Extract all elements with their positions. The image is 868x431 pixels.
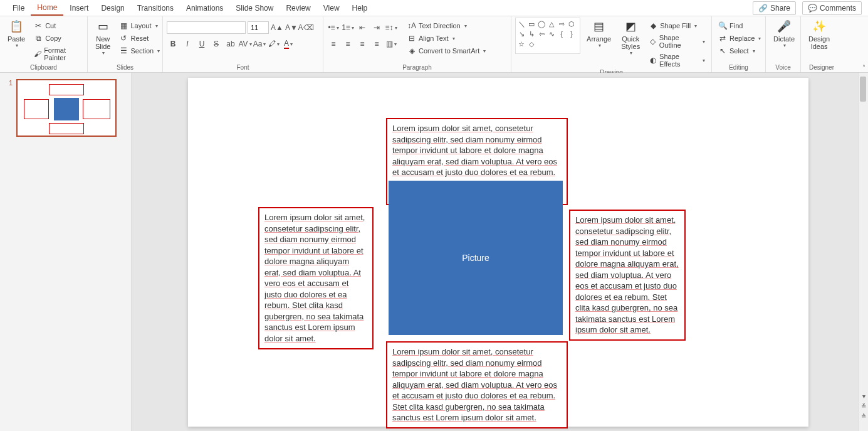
thumbnail-1[interactable]: 1 [9, 79, 122, 137]
bold-button[interactable]: B [167, 38, 179, 50]
tab-file[interactable]: File [6, 1, 31, 15]
cut-button[interactable]: ✂Cut [31, 20, 83, 31]
collapse-ribbon-button[interactable]: ˄ [862, 64, 865, 71]
tab-transitions[interactable]: Transitions [131, 1, 180, 15]
tab-help[interactable]: Help [346, 1, 374, 15]
group-clipboard: 📋 Paste ✂Cut ⧉Copy 🖌Format Painter Clipb… [0, 16, 88, 72]
shape-triangle-icon[interactable]: △ [547, 19, 556, 28]
shape-callout-icon[interactable]: ◇ [527, 40, 536, 48]
textbox-right[interactable]: Lorem ipsum dolor sit amet, consetetur s… [569, 210, 686, 341]
share-icon: 🔗 [758, 4, 768, 13]
change-case-button[interactable]: Aa [253, 38, 266, 50]
tab-design[interactable]: Design [95, 1, 130, 15]
ribbon: 📋 Paste ✂Cut ⧉Copy 🖌Format Painter Clipb… [0, 16, 868, 73]
shape-conn-icon[interactable]: ↳ [527, 29, 536, 38]
scroll-thumb[interactable] [860, 77, 866, 102]
replace-icon: ⇄ [718, 34, 727, 43]
shape-effects-button[interactable]: ◐Shape Effects [646, 51, 708, 69]
font-size-input[interactable] [248, 21, 269, 34]
quick-styles-button[interactable]: ◩ Quick Styles [617, 18, 644, 57]
text-direction-icon: ↕A [407, 21, 416, 30]
textbox-bottom-text: Lorem ipsum dolor sit amet, consetetur s… [392, 347, 557, 422]
align-center-button[interactable]: ≡ [342, 38, 354, 50]
font-color-button[interactable]: A [282, 38, 295, 50]
increase-indent-button[interactable]: ⇥ [370, 21, 383, 34]
italic-button[interactable]: I [181, 38, 194, 50]
picture-placeholder[interactable]: Picture [389, 181, 563, 335]
copy-button[interactable]: ⧉Copy [31, 33, 83, 44]
shape-star-icon[interactable]: ☆ [517, 40, 526, 48]
shape-curve-icon[interactable]: ∿ [547, 29, 556, 38]
shape-arrow3-icon[interactable]: ⇦ [537, 29, 546, 38]
tab-insert[interactable]: Insert [63, 1, 95, 15]
dictate-button[interactable]: 🎤 Dictate [770, 18, 798, 50]
line-spacing-button[interactable]: ≡↕ [385, 21, 397, 34]
shape-oval-icon[interactable]: ◯ [537, 19, 546, 28]
quick-styles-icon: ◩ [623, 19, 638, 34]
decrease-font-button[interactable]: A▼ [285, 21, 298, 34]
shape-fill-button[interactable]: ◆Shape Fill [646, 20, 708, 31]
replace-button[interactable]: ⇄Replace [716, 33, 763, 44]
numbering-button[interactable]: 1≡ [342, 21, 354, 34]
share-button[interactable]: 🔗 Share [753, 1, 796, 15]
arrange-icon: ▤ [592, 19, 607, 34]
slide-editor[interactable]: Lorem ipsum dolor sit amet, consetetur s… [132, 73, 858, 431]
font-name-input[interactable] [167, 21, 246, 34]
clear-formatting-button[interactable]: A⌫ [300, 21, 312, 34]
next-slide-button[interactable]: ≙ [859, 411, 868, 421]
slide-canvas[interactable]: Lorem ipsum dolor sit amet, consetetur s… [188, 78, 808, 427]
convert-smartart-button[interactable]: ◈Convert to SmartArt [405, 45, 488, 56]
section-button[interactable]: ☰Section [117, 45, 162, 56]
smartart-icon: ◈ [407, 46, 416, 55]
shape-rect-icon[interactable]: ▭ [527, 19, 536, 28]
align-left-button[interactable]: ≡ [327, 38, 340, 50]
new-slide-button[interactable]: ▭ New Slide [92, 18, 114, 57]
shadow-button[interactable]: ab [224, 38, 237, 50]
find-button[interactable]: 🔍Find [716, 20, 763, 31]
shapes-gallery[interactable]: ＼ ▭ ◯ △ ⇨ ⬡ ↘ ↳ ⇦ ∿ { } ☆ ◇ [515, 18, 580, 54]
vertical-scrollbar[interactable]: ▴ ▾ ≚ ≙ [858, 73, 868, 431]
layout-button[interactable]: ▦Layout [117, 20, 162, 31]
arrange-button[interactable]: ▤ Arrange [583, 18, 615, 50]
decrease-indent-button[interactable]: ⇤ [356, 21, 369, 34]
select-button[interactable]: ↖Select [716, 45, 763, 56]
paste-button[interactable]: 📋 Paste [4, 18, 29, 50]
increase-font-button[interactable]: A▲ [271, 21, 283, 34]
tab-view[interactable]: View [317, 1, 346, 15]
comment-icon: 💬 [808, 4, 817, 13]
comments-button[interactable]: 💬 Comments [802, 1, 862, 15]
shape-arrow-icon[interactable]: ⇨ [557, 19, 566, 28]
align-right-button[interactable]: ≡ [356, 38, 369, 50]
scroll-down-button[interactable]: ▾ [859, 391, 868, 401]
textbox-bottom[interactable]: Lorem ipsum dolor sit amet, consetetur s… [386, 341, 568, 428]
reset-button[interactable]: ↺Reset [117, 33, 162, 44]
design-ideas-icon: ✨ [812, 19, 827, 34]
shape-outline-button[interactable]: ◇Shape Outline [646, 33, 708, 50]
shape-hex-icon[interactable]: ⬡ [567, 19, 576, 28]
tab-home[interactable]: Home [31, 1, 63, 16]
thumbnail-number: 1 [9, 79, 13, 137]
shape-brace-l-icon[interactable]: { [557, 29, 566, 38]
textbox-left[interactable]: Lorem ipsum dolor sit amet, consetetur s… [258, 207, 374, 349]
tab-slideshow[interactable]: Slide Show [229, 1, 280, 15]
format-painter-button[interactable]: 🖌Format Painter [31, 45, 83, 63]
shape-arrow2-icon[interactable]: ↘ [517, 29, 526, 38]
columns-button[interactable]: ▥ [385, 38, 397, 50]
thumbnail-preview[interactable] [16, 79, 117, 137]
tab-review[interactable]: Review [280, 1, 316, 15]
text-direction-button[interactable]: ↕AText Direction [405, 20, 488, 31]
prev-slide-button[interactable]: ≚ [859, 401, 868, 411]
slide-thumbnails-pane[interactable]: 1 [0, 73, 132, 431]
char-spacing-button[interactable]: AV [239, 38, 251, 50]
bullets-button[interactable]: •≡ [327, 21, 340, 34]
strikethrough-button[interactable]: S [210, 38, 222, 50]
tab-animations[interactable]: Animations [180, 1, 229, 15]
underline-button[interactable]: U [196, 38, 208, 50]
shape-brace-r-icon[interactable]: } [567, 29, 576, 38]
workspace: 1 Lorem ipsum dolor sit amet, consetetur… [0, 73, 868, 431]
design-ideas-button[interactable]: ✨ Design Ideas [805, 18, 834, 51]
align-text-button[interactable]: ⊟Align Text [405, 33, 488, 44]
justify-button[interactable]: ≡ [370, 38, 383, 50]
shape-line-icon[interactable]: ＼ [517, 19, 526, 28]
highlight-button[interactable]: 🖍 [268, 38, 280, 50]
